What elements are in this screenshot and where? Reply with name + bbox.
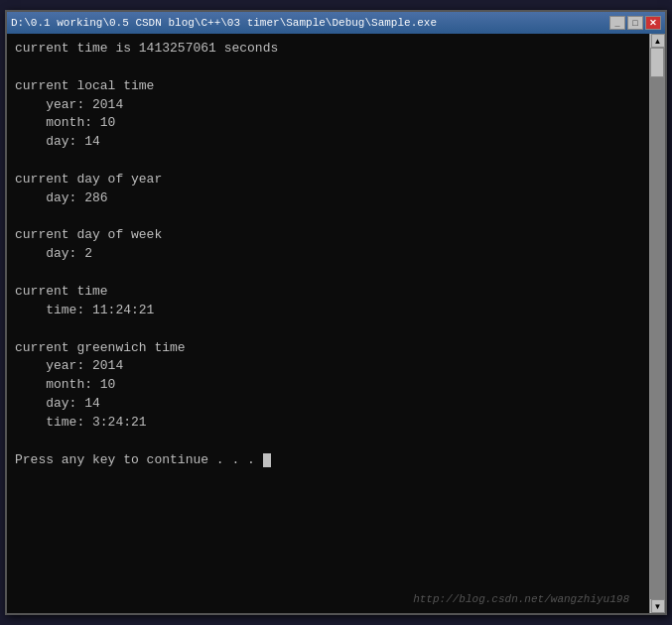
scrollbar[interactable]: ▲ ▼ [649,34,665,613]
minimize-button[interactable]: _ [609,16,625,30]
title-bar-buttons: _ □ ✕ [609,16,661,30]
console-area: current time is 1413257061 seconds curre… [7,34,665,613]
console-output: current time is 1413257061 seconds curre… [15,40,641,469]
scrollbar-up-button[interactable]: ▲ [651,34,665,48]
title-bar-text: D:\0.1 working\0.5 CSDN blog\C++\03 time… [11,17,437,29]
watermark: http://blog.csdn.net/wangzhiyu198 [413,593,629,605]
scrollbar-thumb[interactable] [650,48,664,77]
maximize-button[interactable]: □ [627,16,643,30]
scrollbar-down-button[interactable]: ▼ [651,599,665,613]
title-bar: D:\0.1 working\0.5 CSDN blog\C++\03 time… [7,12,665,34]
close-button[interactable]: ✕ [645,16,661,30]
scrollbar-track[interactable] [650,48,665,599]
cursor [263,453,271,467]
console-window: D:\0.1 working\0.5 CSDN blog\C++\03 time… [5,10,667,615]
console-content[interactable]: current time is 1413257061 seconds curre… [7,34,649,613]
